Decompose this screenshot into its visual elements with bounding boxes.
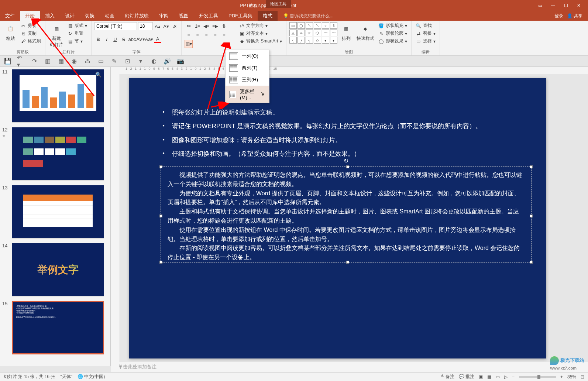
tell-me-search[interactable]: 💡 告诉我您想要做什么... <box>283 13 333 19</box>
zoom-percent[interactable]: 85% <box>567 374 576 380</box>
tab-slideshow[interactable]: 幻灯片放映 <box>120 11 154 21</box>
new-slide-button[interactable]: ▦ 新建 幻灯片 <box>48 22 65 49</box>
language-indicator[interactable]: 🌐 中文(中国) <box>78 374 105 380</box>
shape-line2-icon[interactable]: ＼ <box>314 22 321 29</box>
char-spacing-button[interactable]: AV▾ <box>137 36 144 43</box>
font-size-input[interactable] <box>138 22 153 30</box>
comments-toggle[interactable]: 💬 批注 <box>459 374 474 380</box>
slide-thumb-11[interactable]: 🔍 <box>12 69 104 123</box>
qat-btn-5[interactable]: ▦ <box>57 57 65 65</box>
close-button[interactable]: ✕ <box>575 3 582 8</box>
font-color-button[interactable]: A <box>154 36 161 43</box>
rotate-handle-icon[interactable]: ↻ <box>344 157 348 166</box>
qat-btn-7[interactable]: 🖶 <box>83 57 92 65</box>
select-button[interactable]: ▭选择 ▾ <box>415 38 437 45</box>
shape-fill-button[interactable]: 🪣形状填充 ▾ <box>377 22 408 29</box>
increase-font-button[interactable]: A▴ <box>154 23 161 30</box>
zoom-out-button[interactable]: − <box>512 374 515 380</box>
zoom-in-button[interactable]: + <box>560 374 563 380</box>
fit-to-window-button[interactable]: ⊡ <box>581 374 584 380</box>
slide-thumb-14[interactable]: 举例文字 <box>12 243 104 296</box>
change-case-button[interactable]: Aa▾ <box>145 36 153 43</box>
shape-more2[interactable]: ▾ <box>330 37 337 44</box>
qat-btn-11[interactable]: ▾ <box>137 57 145 65</box>
resize-handle[interactable] <box>530 261 533 264</box>
login-link[interactable]: 登录 <box>554 13 563 19</box>
paste-button[interactable]: 📋 粘贴 <box>3 22 18 42</box>
shape-more1[interactable]: ▾ <box>322 37 329 44</box>
tab-developer[interactable]: 开发工具 <box>194 11 223 21</box>
shadow-button[interactable]: abc <box>128 36 136 43</box>
resize-handle[interactable] <box>159 261 162 264</box>
shape-rect-icon[interactable]: ▭ <box>289 22 297 29</box>
resize-handle[interactable] <box>159 165 162 168</box>
shape-brace-icon[interactable]: { <box>289 37 297 44</box>
more-columns-option[interactable]: 更多栏(M)... 🖱 <box>226 86 269 103</box>
qat-btn-10[interactable]: ⊡ <box>123 57 131 65</box>
two-columns-option[interactable]: 两列(T) <box>226 62 269 74</box>
justify-button[interactable]: ≡ <box>211 31 219 39</box>
line-spacing-button[interactable]: ⇅ <box>220 22 228 30</box>
tab-view[interactable]: 视图 <box>174 11 194 21</box>
save-button[interactable]: 💾 <box>4 57 12 65</box>
shape-connector-icon[interactable]: ┐ <box>306 37 313 44</box>
align-right-button[interactable]: ≡ <box>202 31 210 39</box>
tab-pdftools[interactable]: PDF工具集 <box>223 11 258 21</box>
qat-btn-14[interactable]: 📷 <box>176 57 185 65</box>
slide-sorter-button[interactable]: ▦ <box>487 374 491 380</box>
strikethrough-button[interactable]: S̶ <box>120 36 127 43</box>
redo-button[interactable]: ↷ <box>30 57 38 65</box>
shape-rect2-icon[interactable]: ▢ <box>298 22 305 29</box>
font-name-input[interactable] <box>94 22 137 30</box>
smartart-button[interactable]: ◆转换为 SmartArt ▾ <box>238 38 283 45</box>
ribbon-display-options[interactable]: ▭ <box>536 3 544 8</box>
resize-handle[interactable] <box>346 165 349 168</box>
shape-hex-icon[interactable]: ⬡ <box>314 30 321 36</box>
resize-handle[interactable] <box>346 261 349 264</box>
text-direction-button[interactable]: ↕A文字方向 ▾ <box>238 22 283 29</box>
layout-button[interactable]: ▥版式 ▾ <box>66 22 88 29</box>
bold-button[interactable]: B <box>94 36 102 43</box>
resize-handle[interactable] <box>530 165 533 168</box>
qat-btn-6[interactable]: ◉ <box>70 57 78 65</box>
reset-button[interactable]: ↻重置 <box>66 30 88 37</box>
align-text-button[interactable]: ▣对齐文本 ▾ <box>238 30 283 37</box>
clear-formatting-button[interactable]: A̷ <box>171 23 178 30</box>
slide-thumb-12[interactable] <box>12 127 104 181</box>
text-content[interactable]: 视频提供了功能强大的方法帮助您证明您的观点。当您单击联机视频时，可以在想要添加的… <box>168 171 525 262</box>
qat-btn-13[interactable]: 🔊 <box>163 57 171 65</box>
selected-text-box[interactable]: ↻ 视频提供了功能强大的方法帮助您证明您的观点。当您单击联机视频时，可以在想要添… <box>161 167 532 262</box>
shape-star-icon[interactable]: ☆ <box>306 30 313 36</box>
maximize-button[interactable]: ☐ <box>562 3 570 8</box>
shapes-gallery[interactable]: ▭ ▢ ＼ ＼ ○ ⇩ △ ⇨ ☆ ⬡ 〰 〰 { } ┐ ◇ ▾ ▾ <box>289 22 337 44</box>
reading-view-button[interactable]: ▭ <box>496 374 500 380</box>
tab-design[interactable]: 设计 <box>60 11 80 21</box>
vertical-ruler[interactable] <box>111 74 120 366</box>
increase-indent-button[interactable]: ≡▶ <box>211 22 219 30</box>
shape-callout-icon[interactable]: ◇ <box>314 37 321 44</box>
align-center-button[interactable]: ≡ <box>193 31 202 39</box>
replace-button[interactable]: ⇄替换 ▾ <box>415 30 437 37</box>
resize-handle[interactable] <box>530 214 533 217</box>
qat-btn-9[interactable]: ✎ <box>110 57 118 65</box>
tab-review[interactable]: 审阅 <box>154 11 174 21</box>
decrease-font-button[interactable]: A▾ <box>162 23 170 30</box>
arrange-button[interactable]: ▦排列 <box>339 22 354 42</box>
tab-file[interactable]: 文件 <box>0 11 20 21</box>
notes-pane[interactable]: 单击此处添加备注 <box>111 362 588 372</box>
shape-outline-button[interactable]: ✎形状轮廓 ▾ <box>377 30 408 37</box>
three-columns-option[interactable]: 三列(H) <box>226 74 269 86</box>
tab-animations[interactable]: 动画 <box>100 11 120 21</box>
slide-thumbnails-panel[interactable]: 11 🔍 12★ 13 14 举例文字 15 <box>0 67 111 366</box>
slide-thumb-15[interactable]: • 照每张幻灯片上的说明创建演示文稿• 请记住POWERPOINT是演示文稿的视… <box>12 301 104 354</box>
shape-arrow2-icon[interactable]: ⇨ <box>298 30 305 36</box>
underline-button[interactable]: U <box>111 36 119 43</box>
format-painter-button[interactable]: 🖌格式刷 <box>19 38 42 45</box>
tab-insert[interactable]: 插入 <box>40 11 60 21</box>
slide-thumb-13[interactable] <box>12 185 104 238</box>
share-button[interactable]: 👤 共享 <box>567 13 582 19</box>
cut-button[interactable]: ✂剪切 <box>19 22 42 29</box>
normal-view-button[interactable]: ▣ <box>479 374 483 380</box>
slideshow-view-button[interactable]: ▷ <box>504 374 508 380</box>
numbering-button[interactable]: 1≡ <box>193 22 202 30</box>
